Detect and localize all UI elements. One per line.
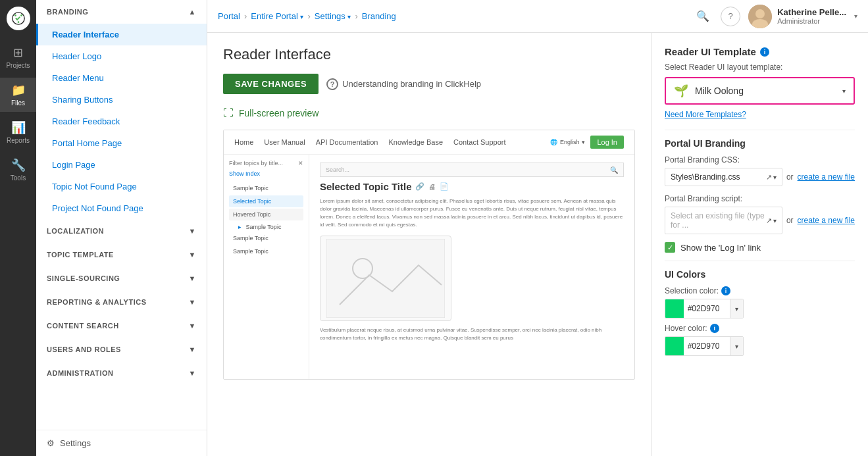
sidebar-item-portal-home-page[interactable]: Portal Home Page (36, 132, 207, 154)
preview-topic-sub[interactable]: ▸ Sample Topic (229, 222, 303, 232)
preview-topic-sample-1[interactable]: Sample Topic (229, 182, 303, 194)
chevron-down-icon: ▼ (189, 274, 196, 282)
sidebar-item-login-page[interactable]: Login Page (36, 154, 207, 176)
preview-topic-sample-3[interactable]: Sample Topic (229, 245, 303, 257)
preview-login-button[interactable]: Log In (590, 136, 624, 149)
settings-icon: ⚙ (47, 438, 55, 448)
selection-color-value[interactable] (684, 304, 730, 313)
topic-template-section-header[interactable]: TOPIC TEMPLATE ▼ (36, 243, 207, 266)
selection-color-select[interactable]: ▾ (665, 299, 744, 318)
breadcrumb-sep-3: › (355, 11, 357, 21)
script-field-group: Portal Branding script: Select an existi… (665, 194, 855, 234)
dropdown-icon: ▾ (347, 13, 351, 20)
breadcrumb-entire-portal[interactable]: Entire Portal ▾ (251, 11, 303, 21)
preview-nav-knowledge-base[interactable]: Knowledge Base (388, 138, 443, 146)
script-select-row: Select an existing file (type for ... ↗ … (665, 207, 855, 234)
svg-point-1 (14, 14, 16, 16)
svg-point-2 (20, 14, 22, 16)
settings-link[interactable]: ⚙ Settings (36, 430, 207, 456)
selection-color-dropdown[interactable]: ▾ (730, 299, 743, 318)
hover-color-select[interactable]: ▾ (665, 336, 744, 356)
projects-icon: ⊞ (13, 45, 23, 60)
css-create-link[interactable]: create a new file (798, 172, 855, 182)
toolbar: SAVE CHANGES ? Understanding branding in… (223, 74, 635, 94)
sidebar-item-reader-feedback[interactable]: Reader Feedback (36, 111, 207, 132)
preview-show-index[interactable]: Show Index (229, 170, 303, 177)
preview-nav-links: Home User Manual API Documentation Knowl… (234, 138, 506, 146)
script-file-select[interactable]: Select an existing file (type for ... ↗ … (665, 207, 782, 234)
template-select-dropdown[interactable]: 🌱 Milk Oolong ▾ (665, 77, 855, 105)
svg-rect-7 (326, 239, 445, 318)
tools-icon: 🔧 (11, 158, 26, 172)
need-more-templates-link[interactable]: Need More Templates? (665, 110, 855, 119)
sidebar-item-reader-interface[interactable]: Reader Interface (36, 24, 207, 45)
filter-icon: ✕ (298, 160, 303, 166)
breadcrumb-portal[interactable]: Portal (218, 11, 240, 21)
sidebar-item-reports[interactable]: 📊 Reports (0, 115, 36, 149)
hover-color-dropdown[interactable]: ▾ (730, 337, 743, 355)
single-sourcing-section-header[interactable]: SINGLE-SOURCING ▼ (36, 266, 207, 290)
script-or-text: or (786, 216, 794, 225)
css-file-select[interactable]: Styles\Branding.css ↗ ▾ (665, 168, 782, 186)
preview-nav: Home User Manual API Documentation Knowl… (224, 130, 634, 155)
fullscreen-preview-link[interactable]: ⛶ Full-screen preview (223, 107, 635, 119)
script-label: Portal Branding script: (665, 194, 855, 203)
preview-nav-home[interactable]: Home (234, 138, 253, 146)
branding-section-header[interactable]: BRANDING ▲ (36, 0, 207, 24)
administration-section-header[interactable]: ADMINISTRATION ▼ (36, 361, 207, 385)
preview-topic-selected[interactable]: Selected Topic (229, 195, 303, 207)
preview-nav-user-manual[interactable]: User Manual (264, 138, 305, 146)
preview-nav-api-docs[interactable]: API Documentation (316, 138, 378, 146)
sidebar-item-project-not-found[interactable]: Project Not Found Page (36, 197, 207, 219)
hover-color-info-icon[interactable]: i (710, 324, 719, 333)
hover-color-field: Hover color: i ▾ (665, 324, 855, 356)
content-search-section-header[interactable]: CONTENT SEARCH ▼ (36, 314, 207, 338)
sidebar-item-tools[interactable]: 🔧 Tools (0, 153, 36, 187)
breadcrumb-settings[interactable]: Settings ▾ (315, 11, 351, 21)
selection-color-swatch[interactable] (665, 299, 684, 318)
breadcrumb-branding: Branding (362, 11, 396, 21)
selection-color-info-icon[interactable]: i (721, 286, 730, 295)
show-login-label: Show the 'Log In' link (680, 243, 761, 253)
template-info-icon[interactable]: i (760, 47, 769, 57)
sidebar-item-header-logo[interactable]: Header Logo (36, 45, 207, 67)
chevron-down-icon: ▼ (189, 322, 196, 330)
reporting-analytics-section-header[interactable]: REPORTING & ANALYTICS ▼ (36, 290, 207, 314)
preview-image-placeholder (320, 236, 451, 321)
help-button[interactable]: ? (721, 7, 740, 26)
hover-color-swatch[interactable] (665, 337, 684, 355)
hover-color-value[interactable] (684, 342, 730, 351)
avatar (748, 5, 772, 28)
preview-search-bar[interactable]: Search... 🔍 (320, 163, 624, 177)
sidebar-item-topic-not-found[interactable]: Topic Not Found Page (36, 176, 207, 197)
users-roles-section-header[interactable]: USERS AND ROLES ▼ (36, 338, 207, 361)
svg-point-5 (755, 9, 765, 18)
preview-lorem-text: Lorem ipsum dolor sit amet, consectetur … (320, 197, 624, 229)
user-role: Administrator (777, 17, 846, 25)
preview-topic-hovered[interactable]: Hovered Topic (229, 209, 303, 220)
page-title: Reader Interface (223, 46, 635, 63)
sidebar: BRANDING ▲ Reader Interface Header Logo … (36, 0, 207, 456)
selection-color-field: Selection color: i ▾ (665, 286, 855, 318)
user-menu[interactable]: Katherine Pelle... Administrator ▾ (748, 5, 857, 28)
script-create-link[interactable]: create a new file (798, 216, 855, 225)
sidebar-item-reader-menu[interactable]: Reader Menu (36, 67, 207, 89)
save-changes-button[interactable]: SAVE CHANGES (223, 74, 319, 94)
search-button[interactable]: 🔍 (693, 7, 713, 26)
preview-main: Search... 🔍 Selected Topic Title 🔗 🖨 📄 L… (309, 155, 634, 380)
template-chevron-icon: ▾ (842, 88, 846, 95)
sidebar-item-sharing-buttons[interactable]: Sharing Buttons (36, 89, 207, 111)
sidebar-item-files[interactable]: 📁 Files (0, 78, 36, 112)
chevron-down-icon: ▼ (189, 251, 196, 259)
lang-chevron: ▾ (582, 139, 585, 145)
chevron-down-icon: ▼ (189, 298, 196, 306)
svg-point-3 (17, 21, 19, 23)
help-link[interactable]: ? Understanding branding in ClickHelp (326, 78, 481, 90)
sidebar-item-projects[interactable]: ⊞ Projects (0, 40, 36, 74)
preview-nav-contact[interactable]: Contact Support (453, 138, 506, 146)
localization-section-header[interactable]: LOCALIZATION ▼ (36, 219, 207, 243)
preview-topic-sample-2[interactable]: Sample Topic (229, 232, 303, 244)
fullscreen-icon: ⛶ (223, 107, 234, 119)
reports-icon: 📊 (11, 120, 26, 135)
show-login-checkbox[interactable]: ✓ (665, 242, 675, 253)
